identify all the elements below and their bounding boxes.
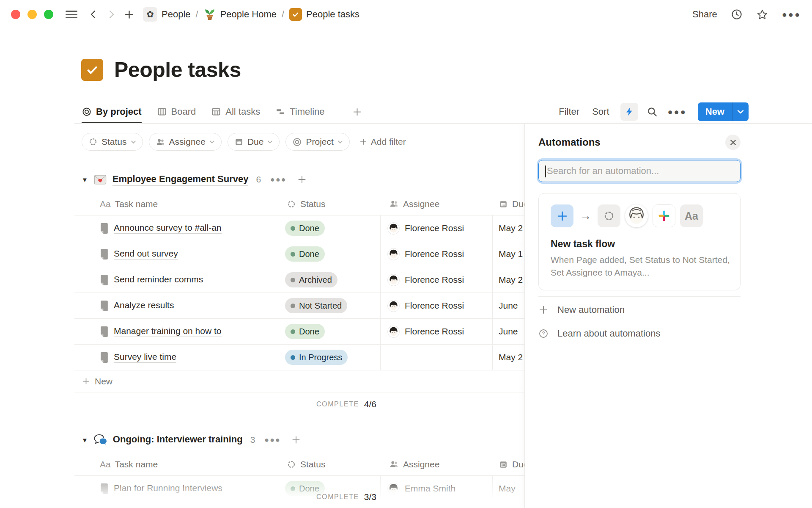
- status-spinner-icon: [598, 204, 620, 227]
- group-complete-summary: COMPLETE 3/3: [74, 488, 376, 506]
- due-date: May 2: [499, 223, 523, 233]
- tab-by-project[interactable]: By project: [82, 100, 142, 123]
- task-name[interactable]: Send out survey: [114, 248, 178, 260]
- automations-bolt-button[interactable]: [620, 103, 638, 121]
- group-more-icon[interactable]: ●●●: [264, 436, 281, 444]
- avatar: [387, 222, 400, 235]
- sidebar-toggle-icon[interactable]: [66, 9, 77, 20]
- new-automation-button[interactable]: New automation: [538, 299, 741, 320]
- favorite-star-icon[interactable]: [756, 8, 768, 21]
- close-icon[interactable]: [725, 135, 741, 150]
- new-button[interactable]: New: [698, 102, 749, 121]
- traffic-light-close[interactable]: [11, 10, 20, 19]
- filter-chip-due[interactable]: Due: [228, 133, 280, 151]
- status-spinner-icon: [287, 460, 296, 469]
- status-badge[interactable]: Done: [285, 221, 325, 236]
- filter-chip-project[interactable]: Project: [285, 133, 349, 151]
- empty-assignee-cell[interactable]: [381, 345, 493, 370]
- people-icon: [156, 137, 165, 147]
- chevron-down-icon: [267, 140, 273, 144]
- new-button-label[interactable]: New: [698, 102, 732, 121]
- column-header-assignee[interactable]: Assignee: [381, 459, 493, 469]
- updates-clock-icon[interactable]: [731, 8, 743, 20]
- sort-button[interactable]: Sort: [592, 106, 609, 117]
- status-badge[interactable]: In Progress: [285, 350, 348, 365]
- love-letter-icon: [94, 174, 107, 185]
- task-name[interactable]: Manager training on how to: [114, 326, 222, 337]
- status-label: In Progress: [299, 353, 342, 362]
- traffic-light-minimize[interactable]: [27, 10, 37, 19]
- status-dot: [291, 252, 295, 257]
- group-more-icon[interactable]: ●●●: [270, 175, 287, 184]
- tab-board[interactable]: Board: [157, 100, 196, 123]
- tab-timeline[interactable]: Timeline: [275, 100, 324, 123]
- group-header-employee-engagement: ▼ Employee Engagement Survey 6 ●●●: [82, 170, 307, 189]
- task-name[interactable]: Survey live time: [114, 352, 176, 363]
- page-checkbox-icon: [81, 59, 103, 81]
- breadcrumb: ✿ People / People Home /: [143, 7, 359, 22]
- search-icon[interactable]: [647, 106, 658, 117]
- due-date: May 2: [499, 275, 523, 285]
- automation-flow-icons: → Aa: [551, 204, 728, 227]
- breadcrumb-people-home[interactable]: People Home: [203, 8, 277, 21]
- page-title[interactable]: People tasks: [114, 58, 241, 82]
- column-header-status[interactable]: Status: [278, 459, 381, 469]
- collapse-triangle-icon[interactable]: ▼: [82, 176, 88, 183]
- more-options-icon[interactable]: ●●●: [782, 10, 801, 19]
- column-header-status[interactable]: Status: [278, 199, 381, 209]
- task-name[interactable]: Announce survey to #all-an: [114, 223, 222, 234]
- column-header-task[interactable]: Aa Task name: [74, 199, 278, 209]
- automation-search-input[interactable]: [539, 160, 740, 182]
- automation-card-new-task-flow[interactable]: → Aa: [538, 193, 741, 290]
- add-filter-label: Add filter: [371, 137, 406, 147]
- share-button[interactable]: Share: [692, 9, 717, 20]
- group-title[interactable]: Employee Engagement Survey: [112, 174, 249, 186]
- new-button-chevron-icon[interactable]: [732, 102, 749, 121]
- tab-label: Timeline: [290, 106, 324, 117]
- task-name[interactable]: Analyze results: [114, 300, 174, 311]
- collapse-triangle-icon[interactable]: ▼: [82, 436, 88, 444]
- status-badge[interactable]: Done: [285, 324, 325, 339]
- status-badge[interactable]: Archived: [285, 272, 337, 287]
- back-icon[interactable]: [88, 9, 99, 19]
- group-add-icon[interactable]: [291, 435, 301, 445]
- filter-chip-status[interactable]: Status: [82, 133, 143, 151]
- task-name[interactable]: Send reminder comms: [114, 274, 203, 285]
- learn-about-automations-link[interactable]: ? Learn about automations: [538, 323, 741, 344]
- tab-label: By project: [96, 106, 142, 117]
- group-add-icon[interactable]: [297, 174, 307, 185]
- column-header-assignee[interactable]: Assignee: [381, 199, 493, 209]
- chevron-down-icon: [209, 140, 215, 144]
- column-header-task[interactable]: Aa Task name: [74, 459, 278, 469]
- new-page-icon[interactable]: [124, 9, 134, 20]
- filter-chip-assignee[interactable]: Assignee: [149, 133, 222, 151]
- group-title[interactable]: Ongoing: Interviewer training: [113, 434, 243, 446]
- breadcrumb-separator: /: [282, 9, 284, 20]
- filter-button[interactable]: Filter: [559, 106, 579, 117]
- arrow-right-icon: →: [580, 210, 591, 223]
- breadcrumb-label: People: [162, 9, 191, 20]
- breadcrumb-people-tasks[interactable]: People tasks: [289, 8, 359, 21]
- traffic-light-zoom[interactable]: [44, 10, 53, 19]
- forward-icon[interactable]: [106, 9, 116, 19]
- status-badge[interactable]: Not Started: [285, 298, 347, 313]
- add-view-icon[interactable]: [352, 107, 362, 117]
- breadcrumb-people[interactable]: ✿ People: [143, 7, 191, 22]
- panel-title: Automations: [538, 136, 601, 148]
- plus-icon: [82, 377, 91, 386]
- status-spinner-icon: [88, 137, 98, 146]
- avatar: [387, 248, 400, 260]
- text-property-icon: Aa: [680, 204, 703, 227]
- automation-search[interactable]: [538, 160, 741, 182]
- view-more-icon[interactable]: ●●●: [668, 107, 687, 117]
- chip-label: Status: [102, 137, 127, 147]
- filter-bar: Status Assignee Due Project Add: [82, 133, 406, 151]
- calendar-icon: [499, 199, 508, 209]
- menu-item-label: New automation: [557, 304, 625, 315]
- status-badge[interactable]: Done: [285, 246, 325, 262]
- status-dot: [291, 278, 295, 282]
- tab-all-tasks[interactable]: All tasks: [211, 100, 260, 123]
- add-filter-button[interactable]: Add filter: [359, 137, 406, 147]
- speech-bubbles-icon: [94, 434, 107, 446]
- assignee-name: Florence Rossi: [405, 301, 464, 311]
